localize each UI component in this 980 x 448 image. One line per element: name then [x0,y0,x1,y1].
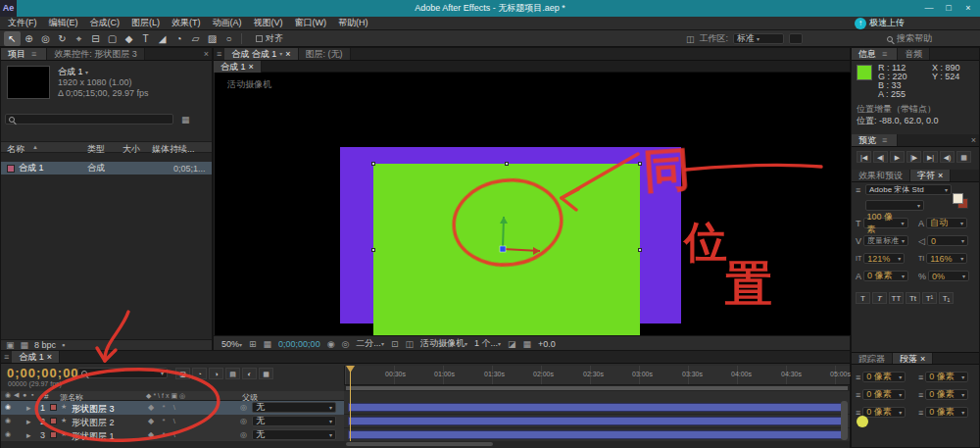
tab-effect-controls[interactable]: 效果控件: 形状图层 3 [47,48,145,60]
tab-info[interactable]: 信息≡ [852,48,898,60]
close-button[interactable]: × [958,0,978,16]
panel-menu-icon[interactable]: ≡ [214,48,224,60]
zoom-tool-icon[interactable]: ◎ [37,31,54,46]
snap-checkbox[interactable] [256,35,263,42]
last-frame-button[interactable]: ▶| [923,151,938,163]
comp-flowchart-icon[interactable]: ◪ [175,368,190,379]
work-area-range[interactable] [346,386,848,390]
all-caps-button[interactable]: TT [889,292,904,304]
ram-preview-button[interactable]: ▦ [956,151,971,163]
layer-row-3[interactable]: ◉ ▸ 3 ★ 形状图层 1 ◆ * \ ◎ 无 ▾ [1,428,850,442]
layer-row-1[interactable]: ◉ ▸ 1 ★ 形状图层 3 ◆ * \ ◎ 无 ▾ [1,401,850,415]
font-size-value[interactable]: 100 像素 [867,211,900,236]
help-search[interactable]: 搜索帮助 [887,32,932,45]
upload-button[interactable]: ↑ 极速上传 [855,16,905,30]
viewer-timecode[interactable]: 0;00;00;00 [278,339,320,349]
menu-view[interactable]: 视图(V) [248,17,289,29]
space-before-control[interactable]: ≡ 0 像素▾ [856,389,906,400]
font-size-control[interactable]: T 100 像素▾ [856,218,908,228]
prev-frame-button[interactable]: ◀| [873,151,888,163]
tab-effects-presets[interactable]: 效果和预设 [852,170,910,181]
tab-layer-viewer[interactable]: 图层: (无) [299,48,351,60]
selection-handle[interactable] [371,162,375,166]
transform-axes[interactable] [448,197,575,271]
workspace-extra-button[interactable] [789,33,803,44]
menu-composition[interactable]: 合成(C) [84,17,126,29]
zoom-control[interactable]: 50%▾ [221,339,242,349]
frame-blend-icon[interactable]: ▤ [225,368,240,379]
mask-visibility-icon[interactable]: ▦ [264,339,272,349]
tracking-value[interactable]: 0 [931,236,936,246]
baseline-shift-control[interactable]: A 0 像素▾ [856,271,908,281]
pixel-aspect-icon[interactable]: ◪ [508,339,516,349]
layer-duration-bar[interactable] [348,430,846,439]
panel-menu-icon[interactable]: ≡ [28,48,39,60]
shy-icon[interactable]: ◑ [209,368,223,379]
horizontal-scale-value[interactable]: 116% [930,254,952,264]
tab-timeline-comp1[interactable]: 合成 1 × [12,351,60,363]
tsume-control[interactable]: % 0%▾ [918,271,969,281]
indent-left-control[interactable]: ≡ 0 像素▾ [856,372,906,382]
viewer-minitab-comp1[interactable]: 合成 1 × [214,61,262,73]
draft-3d-icon[interactable]: ◔ [192,368,207,379]
tab-audio[interactable]: 音频 [898,48,930,60]
superscript-button[interactable]: T¹ [922,292,937,304]
roto-brush-tool-icon[interactable]: ▨ [204,31,220,46]
leading-value[interactable]: 自动 [930,217,948,229]
menu-animation[interactable]: 动画(A) [207,17,248,29]
horizontal-scale-control[interactable]: TI 116%▾ [918,253,967,264]
maximize-button[interactable]: □ [939,0,958,16]
pan-behind-tool-icon[interactable]: ⊟ [87,31,104,46]
time-ruler[interactable]: 00:30s 01:00s 01:30s 02:00s 02:30s 03:00… [344,366,850,385]
tab-close-icon[interactable]: × [47,351,52,363]
layer-expand-icon[interactable]: ▸ [26,430,31,440]
space-after-value[interactable]: 0 像素 [929,388,955,401]
fast-preview-icon[interactable]: ▦ [523,339,532,349]
layer-switches[interactable]: ◆ * \ [148,417,178,425]
chevron-down-icon[interactable]: ▾ [85,70,88,75]
transparency-grid-icon[interactable]: ◫ [405,339,414,349]
layer-switches[interactable]: ◆ * \ [148,430,178,439]
kerning-control[interactable]: V 度量标准▾ [856,235,908,246]
timeline-timecode[interactable]: 0;00;00;00 [7,366,79,380]
baseline-shift-value[interactable]: 0 像素 [867,270,893,282]
tab-close-icon[interactable]: × [285,48,290,60]
audio-button[interactable]: ◀) [940,151,955,163]
panel-menu-icon[interactable]: ≡ [879,134,890,146]
first-line-indent-value[interactable]: 0 像素 [866,406,892,419]
workspace-select[interactable]: 标准 ▾ [733,33,784,44]
fill-color-swatch[interactable] [953,193,963,204]
selection-handle[interactable] [638,162,642,166]
pen-tool-icon[interactable]: ◆ [121,31,137,46]
parent-pickwhip-icon[interactable]: ◎ [240,430,247,439]
vertical-scrollbar[interactable] [841,401,848,440]
layer-expand-icon[interactable]: ▸ [26,417,31,426]
layer-duration-bar[interactable] [348,417,846,425]
layer-visibility-toggle[interactable]: ◉ [5,403,11,411]
panel-menu-icon[interactable]: ≡ [1,351,12,363]
shape-tool-icon[interactable]: ▢ [104,31,121,46]
indent-right-value[interactable]: 0 像素 [929,371,955,383]
minimize-button[interactable]: — [919,0,939,16]
tab-project[interactable]: 项目 ≡ [1,48,47,60]
panel-grid-icon[interactable]: ◫ [686,34,695,44]
playhead-line[interactable] [350,371,351,441]
tsume-value[interactable]: 0% [932,272,945,281]
text-tool-icon[interactable]: T [137,31,154,46]
panel-menu-icon[interactable]: ≡ [879,48,890,60]
play-button[interactable]: ▶ [890,151,905,163]
comp-name[interactable]: 合成 1 [58,67,83,76]
font-family-select[interactable]: Adobe 宋体 Std ▾ [865,184,952,195]
tab-preview[interactable]: 预览≡ [852,134,898,146]
roi-icon[interactable]: ⊡ [391,339,399,349]
first-line-indent-control[interactable]: ≡ 0 像素▾ [856,407,906,418]
menu-layer[interactable]: 图层(L) [125,17,166,29]
menu-effect[interactable]: 效果(T) [166,17,207,29]
new-comp-icon[interactable]: ▦ [21,340,29,350]
faux-bold-button[interactable]: T [856,292,870,304]
paragraph-extra-value[interactable]: 0 像素 [929,406,955,419]
comp-viewport[interactable]: 活动摄像机 [215,73,851,335]
selection-handle[interactable] [638,248,642,252]
parent-select[interactable]: 无 ▾ [252,429,336,440]
project-color-depth[interactable]: 8 bpc [34,340,56,350]
